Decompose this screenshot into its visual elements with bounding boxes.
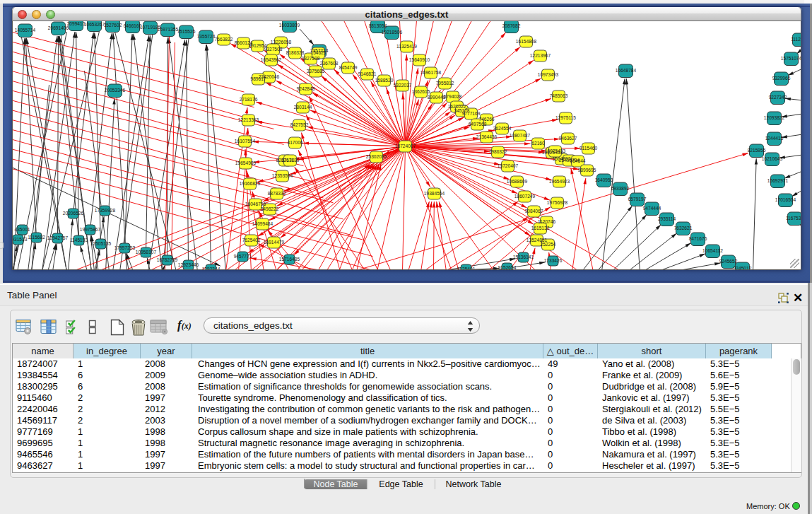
svg-text:16961758: 16961758 <box>420 70 442 75</box>
svg-text:746266: 746266 <box>478 117 494 122</box>
svg-text:19166825: 19166825 <box>240 181 261 186</box>
svg-text:9084067: 9084067 <box>525 209 543 214</box>
svg-text:12213967: 12213967 <box>530 53 551 58</box>
svg-text:19654923: 19654923 <box>549 179 570 184</box>
svg-text:9245012: 9245012 <box>734 266 752 270</box>
svg-text:2935114: 2935114 <box>658 216 676 221</box>
svg-text:15720407: 15720407 <box>498 163 519 168</box>
svg-text:1167533: 1167533 <box>786 216 801 221</box>
svg-text:10973493: 10973493 <box>538 72 559 77</box>
svg-text:10025433: 10025433 <box>545 148 566 153</box>
svg-text:12505135: 12505135 <box>90 241 112 246</box>
svg-text:16210643: 16210643 <box>762 156 783 161</box>
svg-text:17359928: 17359928 <box>95 208 116 213</box>
svg-text:7663822: 7663822 <box>215 37 233 42</box>
svg-text:10807487: 10807487 <box>510 133 531 138</box>
svg-text:17957253: 17957253 <box>114 245 136 250</box>
svg-text:12093822: 12093822 <box>764 115 785 120</box>
svg-text:17016504: 17016504 <box>775 197 796 202</box>
svg-text:417006: 417006 <box>287 140 302 145</box>
svg-text:18607249: 18607249 <box>514 194 536 199</box>
svg-text:1112781: 1112781 <box>791 37 801 42</box>
svg-text:5322037: 5322037 <box>394 83 412 88</box>
svg-text:6466160: 6466160 <box>124 23 142 28</box>
svg-text:21364436: 21364436 <box>476 134 498 139</box>
svg-text:7632621: 7632621 <box>674 226 693 230</box>
svg-text:12923446: 12923446 <box>178 262 199 267</box>
svg-text:8813054: 8813054 <box>369 23 387 28</box>
svg-text:8186328: 8186328 <box>286 50 305 55</box>
svg-text:19756928: 19756928 <box>547 200 568 205</box>
svg-text:16154808: 16154808 <box>516 39 537 44</box>
svg-text:8454749: 8454749 <box>339 65 358 70</box>
svg-text:1362615: 1362615 <box>412 89 430 94</box>
svg-text:9327508: 9327508 <box>302 56 320 61</box>
svg-text:9329966: 9329966 <box>772 76 791 81</box>
svg-text:9474444: 9474444 <box>643 206 661 211</box>
svg-text:9227342: 9227342 <box>769 95 787 100</box>
svg-text:16033809: 16033809 <box>279 23 300 28</box>
svg-text:435001: 435001 <box>14 227 30 232</box>
svg-text:19384554: 19384554 <box>424 191 445 196</box>
svg-text:16543962: 16543962 <box>261 57 282 62</box>
svg-text:5933892: 5933892 <box>611 186 630 191</box>
svg-text:2718176: 2718176 <box>240 97 258 102</box>
svg-text:19654985: 19654985 <box>235 160 257 165</box>
svg-text:2367608: 2367608 <box>320 61 339 66</box>
svg-text:1120746: 1120746 <box>538 219 556 224</box>
svg-text:8125401: 8125401 <box>457 267 476 270</box>
svg-text:18724007: 18724007 <box>395 144 416 148</box>
svg-text:1733426: 1733426 <box>544 258 563 263</box>
svg-text:3375685: 3375685 <box>307 69 325 74</box>
svg-text:19975867: 19975867 <box>80 227 101 232</box>
svg-text:2087682: 2087682 <box>502 23 521 28</box>
svg-text:6497568: 6497568 <box>469 122 487 127</box>
svg-text:9899695: 9899695 <box>578 168 596 173</box>
svg-text:7485063: 7485063 <box>550 93 568 98</box>
svg-text:15692971: 15692971 <box>767 178 789 183</box>
svg-text:989617: 989617 <box>250 76 266 81</box>
svg-text:10653267: 10653267 <box>84 22 105 27</box>
svg-text:16914479: 16914479 <box>264 240 285 245</box>
svg-text:20691406: 20691406 <box>48 25 69 30</box>
svg-text:16971355: 16971355 <box>158 27 179 32</box>
svg-text:8215955: 8215955 <box>748 148 766 153</box>
svg-text:9327508: 9327508 <box>264 47 283 52</box>
svg-text:3267130: 3267130 <box>281 158 300 163</box>
svg-text:3498222: 3498222 <box>261 206 279 211</box>
svg-text:15136141: 15136141 <box>513 255 534 259</box>
svg-text:7515526: 7515526 <box>177 29 196 34</box>
svg-text:9152654: 9152654 <box>498 265 517 270</box>
svg-text:15640910: 15640910 <box>409 57 430 62</box>
svg-text:8471676: 8471676 <box>689 236 707 241</box>
svg-text:9463627: 9463627 <box>559 136 577 141</box>
svg-text:9777169: 9777169 <box>462 111 481 116</box>
svg-text:154623: 154623 <box>310 50 326 55</box>
svg-text:8878332: 8878332 <box>268 191 286 196</box>
svg-text:16782759: 16782759 <box>157 257 178 262</box>
svg-text:20053346: 20053346 <box>105 88 126 93</box>
svg-text:9245652: 9245652 <box>719 259 738 264</box>
svg-text:62160: 62160 <box>531 141 545 146</box>
svg-text:12975115: 12975115 <box>555 115 576 120</box>
svg-text:1244415: 1244415 <box>765 136 784 141</box>
svg-text:9457771: 9457771 <box>234 254 252 259</box>
svg-text:3624554: 3624554 <box>493 126 512 131</box>
svg-text:9115460: 9115460 <box>579 146 598 151</box>
svg-text:1527602: 1527602 <box>104 23 122 28</box>
svg-text:19218506: 19218506 <box>382 30 403 35</box>
svg-text:25302035: 25302035 <box>366 154 387 159</box>
svg-text:12213363: 12213363 <box>238 117 259 122</box>
svg-text:8427552: 8427552 <box>290 122 309 127</box>
svg-text:1588520: 1588520 <box>375 78 394 83</box>
svg-text:9146821: 9146821 <box>358 71 377 76</box>
svg-text:3931513: 3931513 <box>13 237 28 242</box>
svg-text:10688609: 10688609 <box>507 179 528 184</box>
svg-text:14055714: 14055714 <box>15 28 36 33</box>
svg-text:1292344: 1292344 <box>202 267 220 270</box>
svg-text:20206526: 20206526 <box>63 211 84 216</box>
svg-text:6579197: 6579197 <box>628 197 647 201</box>
svg-text:16046796: 16046796 <box>245 201 266 206</box>
svg-text:2803144: 2803144 <box>294 105 312 110</box>
svg-text:6794028: 6794028 <box>444 94 462 99</box>
